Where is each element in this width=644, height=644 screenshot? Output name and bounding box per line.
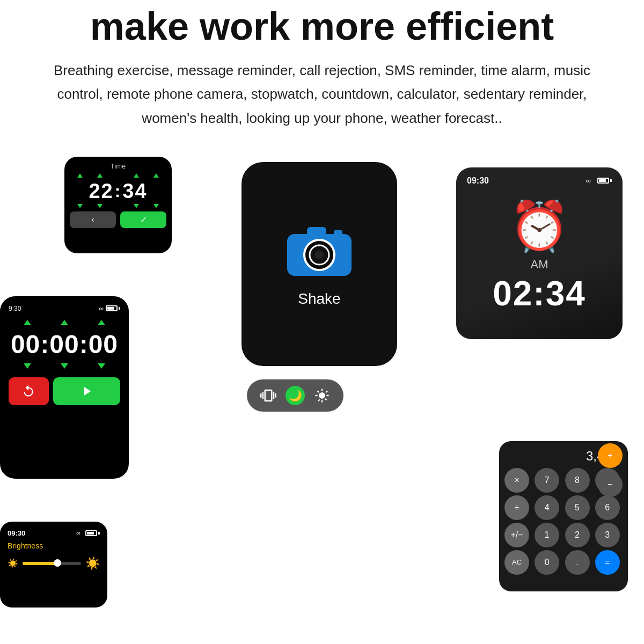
arrow-up-h1[interactable] [77,173,83,178]
header-section: make work more efficient Breathing exerc… [0,0,644,141]
alarm-battery-icon [597,178,612,184]
arrow-up-h2[interactable] [97,173,103,178]
sw-arrow-up-1[interactable] [24,320,31,325]
stopwatch-status-bar: 9:30 ∞ [9,305,120,312]
stopwatch-down-arrows [9,363,120,369]
calc-6[interactable]: 6 [595,495,620,520]
arrow-up-m1[interactable] [134,173,139,178]
brightness-slider-row: ☀️ ☀️ [8,557,100,570]
page-subtitle: Breathing exercise, message reminder, ca… [54,58,590,130]
calc-4[interactable]: 4 [535,495,559,520]
calc-5[interactable]: 5 [565,495,590,520]
alarm-icon-row: ∞ [586,177,612,185]
brightness-status-bar: 09:30 ∞ [8,529,100,537]
brightness-dock-icon[interactable] [312,386,332,405]
page-wrapper: make work more efficient Breathing exerc… [0,0,644,608]
arrow-up-m2[interactable] [153,173,159,178]
brightness-widget: 09:30 ∞ Brightness ☀️ ☀️ [0,522,107,608]
brightness-chain-icon: ∞ [76,530,80,536]
timer-back-button[interactable]: ‹ [70,211,116,228]
alarm-am-label: AM [467,258,612,272]
svg-rect-2 [334,230,342,237]
alarm-bell-icon: ⏰ [467,202,612,250]
brightness-sun-small-icon: ☀️ [8,558,18,568]
calc-1[interactable]: 1 [535,523,559,547]
stopwatch-battery: ∞ [99,305,120,312]
brightness-fill [23,562,55,565]
arrow-down-h2[interactable] [97,204,103,208]
stopwatch-widget: 9:30 ∞ 00:00:00 [0,296,129,479]
timer-up-arrows [70,173,166,178]
timer-confirm-button[interactable]: ✓ [120,211,166,228]
shake-label: Shake [298,290,340,308]
calc-0[interactable]: 0 [535,550,559,575]
timer-digits: 22 : 34 [70,180,166,203]
sw-arrow-down-1[interactable] [24,363,31,369]
timer-down-arrows [70,204,166,208]
sw-arrow-up-2[interactable] [61,320,68,325]
brightness-thumb[interactable] [54,559,61,567]
calc-equals[interactable]: = [595,550,620,575]
page-title: make work more efficient [21,5,623,48]
brightness-battery-icon [85,530,100,536]
brightness-time: 09:30 [8,529,25,537]
arrow-down-m2[interactable] [153,204,159,208]
brightness-slider[interactable] [23,562,81,565]
calc-posneg[interactable]: +/− [504,523,529,547]
alarm-widget: 09:30 ∞ ⏰ AM 02:34 [456,167,623,339]
timer-buttons: ‹ ✓ [70,211,166,228]
svg-point-5 [315,251,324,259]
battery-icon [106,305,120,311]
stopwatch-reset-button[interactable] [9,377,49,405]
sw-arrow-down-3[interactable] [98,363,105,369]
alarm-status-bar: 09:30 ∞ [467,176,612,186]
timer-hours: 22 [89,180,113,203]
brightness-sun-large-icon: ☀️ [85,557,100,570]
alarm-time: 09:30 [467,176,489,186]
calc-plus[interactable]: + [598,443,623,468]
stopwatch-up-arrows [9,320,120,325]
brightness-label: Brightness [8,541,100,550]
stopwatch-time: 9:30 [9,305,21,312]
timer-set-widget: Time 22 : 34 ‹ ✓ [64,157,172,253]
camera-icon [284,221,354,280]
calculator-widget: 3,456 × 7 8 9 ÷ 4 5 6 +/− 1 2 3 AC 0 [499,441,628,591]
stopwatch-play-button[interactable] [53,377,120,405]
sw-arrow-up-3[interactable] [98,320,105,325]
calc-2[interactable]: 2 [565,523,590,547]
shake-widget: Shake [241,162,397,366]
chain-icon: ∞ [99,305,104,312]
brightness-battery: ∞ [76,530,100,536]
widgets-container: Time 22 : 34 ‹ ✓ [0,146,644,608]
timer-minutes: 34 [122,180,147,203]
svg-rect-1 [307,227,326,238]
calc-divide[interactable]: ÷ [504,495,529,520]
calc-minus[interactable]: − [598,472,623,497]
vibrate-dock-icon[interactable] [259,386,278,405]
arrow-down-h1[interactable] [77,204,83,208]
calc-8[interactable]: 8 [565,468,590,493]
stopwatch-digits: 00:00:00 [9,330,120,359]
arrow-down-m1[interactable] [134,204,139,208]
calc-multiply[interactable]: × [504,468,529,493]
alarm-chain-icon: ∞ [586,177,591,185]
sw-arrow-down-2[interactable] [61,363,68,369]
calc-3[interactable]: 3 [595,523,620,547]
calc-ac[interactable]: AC [504,550,529,575]
moon-dock-icon[interactable]: 🌙 [286,386,305,405]
stopwatch-buttons [9,377,120,405]
calc-dot[interactable]: . [565,550,590,575]
shake-dock: 🌙 [247,379,343,412]
calc-7[interactable]: 7 [535,468,559,493]
timer-header: Time [70,162,166,170]
alarm-digits: 02:34 [467,274,612,313]
